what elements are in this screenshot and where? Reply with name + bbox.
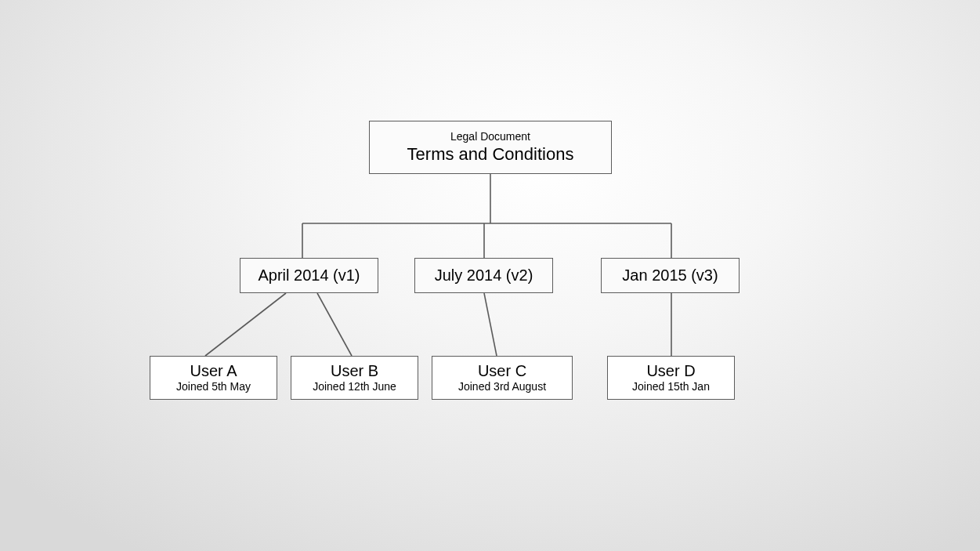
root-node-terms-and-conditions: Legal Document Terms and Conditions — [369, 121, 612, 174]
version-label: April 2014 (v1) — [258, 266, 360, 285]
user-name: User D — [646, 362, 695, 380]
user-joined: Joined 5th May — [176, 380, 251, 393]
user-joined: Joined 3rd August — [458, 380, 546, 393]
user-name: User A — [190, 362, 237, 380]
user-node-b: User B Joined 12th June — [291, 356, 418, 400]
version-node-v3: Jan 2015 (v3) — [601, 258, 740, 293]
version-node-v1: April 2014 (v1) — [240, 258, 378, 293]
svg-line-5 — [205, 293, 286, 356]
root-title: Terms and Conditions — [407, 143, 574, 165]
version-node-v2: July 2014 (v2) — [414, 258, 553, 293]
user-name: User C — [478, 362, 526, 380]
version-label: Jan 2015 (v3) — [622, 266, 718, 285]
user-joined: Joined 15th Jan — [632, 380, 710, 393]
root-category: Legal Document — [450, 130, 530, 143]
user-node-c: User C Joined 3rd August — [432, 356, 573, 400]
version-label: July 2014 (v2) — [435, 266, 533, 285]
svg-line-7 — [484, 293, 497, 356]
user-name: User B — [331, 362, 378, 380]
user-node-d: User D Joined 15th Jan — [607, 356, 735, 400]
user-joined: Joined 12th June — [313, 380, 396, 393]
user-node-a: User A Joined 5th May — [150, 356, 277, 400]
svg-line-6 — [317, 293, 352, 356]
